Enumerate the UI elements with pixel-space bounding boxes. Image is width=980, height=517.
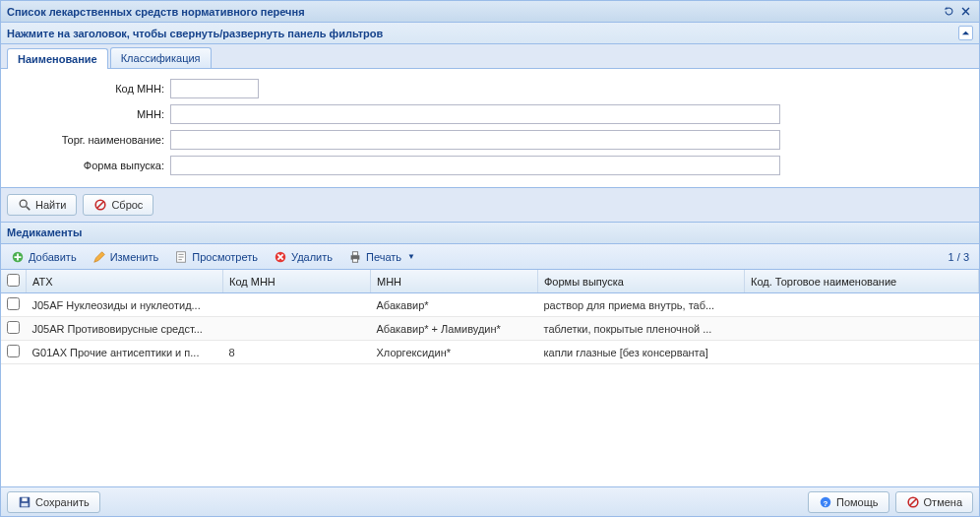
collapse-icon[interactable] — [958, 26, 973, 40]
document-icon — [174, 250, 188, 264]
x-circle-icon — [274, 250, 287, 264]
filter-panel-header[interactable]: Нажмите на заголовок, чтобы свернуть/раз… — [1, 23, 979, 44]
col-code-mnn[interactable]: Код МНН — [223, 270, 371, 293]
code-mnn-input[interactable] — [170, 79, 259, 98]
add-button[interactable]: Добавить — [7, 248, 81, 266]
row-checkbox[interactable] — [7, 321, 20, 334]
table-row[interactable]: J05AR Противовирусные средст... Абакавир… — [1, 317, 979, 341]
trade-name-input[interactable] — [170, 130, 780, 150]
plus-circle-icon — [11, 250, 25, 264]
svg-rect-6 — [352, 251, 357, 255]
table-row[interactable]: G01AX Прочие антисептики и п... 8 Хлорге… — [1, 341, 979, 364]
grid-title: Медикаменты — [1, 223, 979, 244]
search-button-bar: Найти Сброс — [1, 188, 979, 223]
svg-rect-9 — [22, 497, 27, 501]
save-button[interactable]: Сохранить — [7, 491, 100, 513]
pencil-icon — [92, 250, 106, 264]
tab-classification[interactable]: Классификация — [110, 47, 212, 68]
find-button[interactable]: Найти — [7, 194, 77, 216]
reset-button[interactable]: Сброс — [83, 194, 153, 216]
trade-name-label: Торг. наименование: — [13, 134, 170, 146]
grid-header-row: АТХ Код МНН МНН Формы выпуска Код. Торго… — [1, 270, 979, 293]
medications-grid: АТХ Код МНН МНН Формы выпуска Код. Торго… — [1, 270, 979, 486]
filter-panel-title: Нажмите на заголовок, чтобы свернуть/раз… — [7, 28, 383, 39]
col-atx[interactable]: АТХ — [27, 270, 223, 293]
svg-text:?: ? — [824, 498, 828, 507]
row-checkbox[interactable] — [7, 345, 20, 357]
tab-naming[interactable]: Наименование — [7, 48, 108, 69]
view-button[interactable]: Просмотреть — [170, 248, 262, 266]
filter-form: Код МНН: МНН: Торг. наименование: Форма … — [1, 69, 979, 188]
help-button[interactable]: ? Помощь — [808, 491, 889, 513]
floppy-icon — [18, 495, 31, 509]
svg-point-0 — [20, 200, 27, 207]
grid-toolbar: Добавить Изменить Просмотреть Удалить Пе… — [1, 244, 979, 270]
delete-button[interactable]: Удалить — [270, 248, 337, 266]
row-checkbox[interactable] — [7, 297, 20, 310]
cancel-button[interactable]: Отмена — [895, 491, 973, 513]
forbidden-icon — [93, 198, 107, 212]
col-mnn[interactable]: МНН — [371, 270, 538, 293]
pager-text: 1 / 3 — [949, 251, 973, 263]
release-form-input[interactable] — [170, 156, 780, 175]
window-titlebar: Список лекарственных средств нормативног… — [1, 1, 979, 23]
printer-icon — [348, 250, 362, 264]
table-row[interactable]: J05AF Нуклеозиды и нуклеотид... Абакавир… — [1, 293, 979, 317]
col-release-form[interactable]: Формы выпуска — [538, 270, 745, 293]
print-button[interactable]: Печать ▼ — [344, 248, 419, 266]
mnn-input[interactable] — [170, 104, 780, 124]
svg-rect-10 — [22, 502, 29, 506]
footer-bar: Сохранить ? Помощь Отмена — [1, 486, 979, 516]
forbidden-icon — [906, 495, 920, 509]
refresh-icon[interactable] — [942, 4, 956, 19]
edit-button[interactable]: Изменить — [89, 248, 163, 266]
mnn-label: МНН: — [13, 108, 170, 120]
close-icon[interactable] — [958, 4, 973, 19]
col-trade-code[interactable]: Код. Торговое наименование — [745, 270, 979, 293]
question-icon: ? — [819, 495, 832, 509]
code-mnn-label: Код МНН: — [13, 83, 170, 95]
select-all-checkbox[interactable] — [7, 274, 20, 287]
chevron-down-icon: ▼ — [407, 252, 415, 261]
window-title: Список лекарственных средств нормативног… — [7, 6, 940, 18]
magnifier-icon — [18, 198, 31, 212]
filter-tabs: Наименование Классификация — [1, 44, 979, 69]
release-form-label: Форма выпуска: — [13, 160, 170, 171]
svg-rect-7 — [352, 258, 357, 262]
